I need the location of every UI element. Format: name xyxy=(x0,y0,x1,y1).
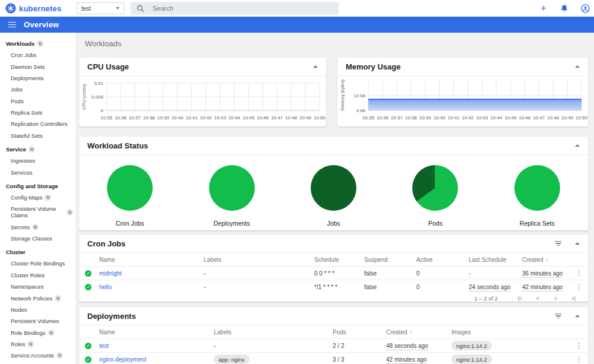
sidebar-item-replica-sets[interactable]: Replica Sets xyxy=(0,107,75,118)
table-row-deployment-test[interactable]: ✓test-2 / 248 seconds agonginx:1.14.2⋮ xyxy=(79,338,588,352)
column-header-schedule[interactable]: Schedule xyxy=(314,257,364,263)
sidebar-section-custom-resource-definitions[interactable]: Custom Resource Definitions xyxy=(0,362,75,364)
pagination-range: 1 – 2 of 2 xyxy=(474,295,498,302)
pie-chart-pods[interactable] xyxy=(412,165,458,211)
column-header-suspend[interactable]: Suspend xyxy=(364,257,416,263)
column-header-created[interactable]: Created↑ xyxy=(522,257,570,263)
cell-created: 42 minutes ago xyxy=(386,356,451,363)
sidebar-item-deployments[interactable]: Deployments xyxy=(0,72,75,84)
search-input[interactable] xyxy=(153,5,319,12)
column-header-created[interactable]: Created↑ xyxy=(386,329,451,335)
sidebar-item-pods[interactable]: Pods xyxy=(0,96,75,107)
sidebar-item-ingresses[interactable]: Ingresses xyxy=(0,155,75,166)
sidebar-item-services[interactable]: Services xyxy=(0,166,75,178)
collapse-icon[interactable] xyxy=(575,65,580,68)
sidebar-item-jobs[interactable]: Jobs xyxy=(0,84,75,95)
cpu-card-title: CPU Usage xyxy=(87,62,129,71)
pie-chart-deployments[interactable] xyxy=(209,165,255,211)
sidebar-section-config-and-storage[interactable]: Config and Storage xyxy=(0,178,75,192)
pie-chart-jobs[interactable] xyxy=(311,165,356,211)
first-page-button[interactable]: |< xyxy=(511,295,529,302)
pie-chart-label: Jobs xyxy=(327,220,340,227)
collapse-icon[interactable] xyxy=(575,144,580,147)
next-page-button[interactable]: > xyxy=(546,295,564,302)
sidebar-section-cluster[interactable]: Cluster xyxy=(0,244,75,258)
sidebar-item-nodes[interactable]: Nodes xyxy=(0,304,75,315)
search-bar[interactable] xyxy=(131,2,339,15)
sidebar-item-secrets[interactable]: SecretsN xyxy=(0,221,75,233)
row-actions-menu-icon[interactable]: ⋮ xyxy=(570,341,588,350)
column-header-label: Labels xyxy=(214,329,231,335)
cell-schedule: */1 * * * * xyxy=(314,284,364,290)
sidebar-item-cluster-roles[interactable]: Cluster Roles xyxy=(0,270,75,281)
column-header-labels[interactable]: Labels xyxy=(204,257,314,263)
sidebar-item-label: Network Policies xyxy=(11,295,52,302)
sidebar-item-namespaces[interactable]: Namespaces xyxy=(0,281,75,292)
namespace-selector[interactable]: test xyxy=(77,2,124,14)
svg-text:10:41: 10:41 xyxy=(186,115,198,121)
column-header-label: Created xyxy=(386,329,407,335)
column-header-images[interactable]: Images xyxy=(451,329,570,335)
sidebar-section-service[interactable]: ServiceN xyxy=(0,141,75,155)
deployment-link[interactable]: test xyxy=(99,343,109,349)
collapse-icon[interactable] xyxy=(313,65,318,68)
sidebar-section-label: Workloads xyxy=(6,40,34,47)
sidebar-item-role-bindings[interactable]: Role BindingsN xyxy=(0,327,75,338)
sidebar-item-label: Nodes xyxy=(11,306,27,313)
last-page-button[interactable]: >| xyxy=(564,295,582,302)
notifications-button[interactable] xyxy=(559,3,570,14)
sidebar-item-storage-classes[interactable]: Storage Classes xyxy=(0,233,75,244)
create-resource-button[interactable]: + xyxy=(538,3,549,14)
account-button[interactable] xyxy=(580,3,590,14)
collapse-icon[interactable] xyxy=(575,315,580,317)
cronjob-link[interactable]: hello xyxy=(99,284,112,290)
search-icon xyxy=(137,5,144,12)
table-row-deployment-nginx-deployment[interactable]: ✓nginx-deploymentapp: nginx3 / 342 minut… xyxy=(79,352,588,364)
row-actions-menu-icon[interactable]: ⋮ xyxy=(570,283,588,291)
pie-chart-replica-sets[interactable] xyxy=(514,165,560,211)
kubernetes-helm-icon xyxy=(5,3,16,14)
app-header: kubernetes test + xyxy=(0,0,594,17)
previous-page-button[interactable]: < xyxy=(529,295,546,302)
chevron-down-icon xyxy=(116,7,119,10)
sidebar-item-config-maps[interactable]: Config MapsN xyxy=(0,192,75,203)
column-header-active[interactable]: Active xyxy=(416,257,469,263)
row-actions-menu-icon[interactable]: ⋮ xyxy=(570,355,588,363)
cronjob-link[interactable]: midnight xyxy=(99,270,122,277)
column-header-labels[interactable]: Labels xyxy=(214,329,333,335)
sidebar-item-replication-controllers[interactable]: Replication Controllers xyxy=(0,118,75,129)
table-row-cronjob-hello[interactable]: ✓hello-*/1 * * * *false024 seconds ago42… xyxy=(79,280,588,293)
column-header-pods[interactable]: Pods xyxy=(333,329,386,335)
filter-icon[interactable] xyxy=(555,241,562,246)
deployment-link[interactable]: nginx-deployment xyxy=(99,356,146,363)
sidebar-item-persistent-volumes[interactable]: Persistent Volumes xyxy=(0,315,75,327)
sidebar-section-workloads[interactable]: WorkloadsN xyxy=(0,36,75,49)
svg-text:10:40: 10:40 xyxy=(172,115,184,121)
sidebar-item-cluster-role-bindings[interactable]: Cluster Role Bindings xyxy=(0,258,75,269)
svg-text:10:46: 10:46 xyxy=(519,115,531,121)
column-header-name[interactable]: Name xyxy=(99,257,204,263)
sidebar-item-stateful-sets[interactable]: Stateful Sets xyxy=(0,130,75,141)
deployments-table-header: NameLabelsPodsCreated↑Images xyxy=(79,325,588,338)
sidebar-item-roles[interactable]: RolesN xyxy=(0,338,75,350)
pie-chart-cron-jobs[interactable] xyxy=(107,165,153,211)
sidebar-item-daemon-sets[interactable]: Daemon Sets xyxy=(0,61,75,72)
row-actions-menu-icon[interactable]: ⋮ xyxy=(570,269,588,277)
sidebar-item-service-accounts[interactable]: Service AccountsN xyxy=(0,350,75,361)
column-header-last-schedule[interactable]: Last Schedule xyxy=(469,257,522,263)
kubernetes-logo[interactable]: kubernetes xyxy=(5,0,61,17)
deployments-title: Deployments xyxy=(87,312,136,321)
svg-text:10:37: 10:37 xyxy=(391,115,403,121)
table-row-cronjob-midnight[interactable]: ✓midnight-0 0 * * *false0-36 minutes ago… xyxy=(79,266,588,280)
menu-button[interactable] xyxy=(8,22,16,28)
plus-icon: + xyxy=(541,4,546,13)
success-check-icon: ✓ xyxy=(85,356,91,363)
sidebar-item-cron-jobs[interactable]: Cron Jobs xyxy=(0,49,75,61)
column-header-name[interactable]: Name xyxy=(99,329,214,335)
sidebar-item-persistent-volume-claims[interactable]: Persistent Volume ClaimsN xyxy=(0,203,75,221)
namespaced-badge: N xyxy=(32,224,39,230)
column-header-label: Last Schedule xyxy=(469,257,506,263)
filter-icon[interactable] xyxy=(555,314,562,319)
sidebar-item-network-policies[interactable]: Network PoliciesN xyxy=(0,292,75,303)
collapse-icon[interactable] xyxy=(575,242,580,245)
